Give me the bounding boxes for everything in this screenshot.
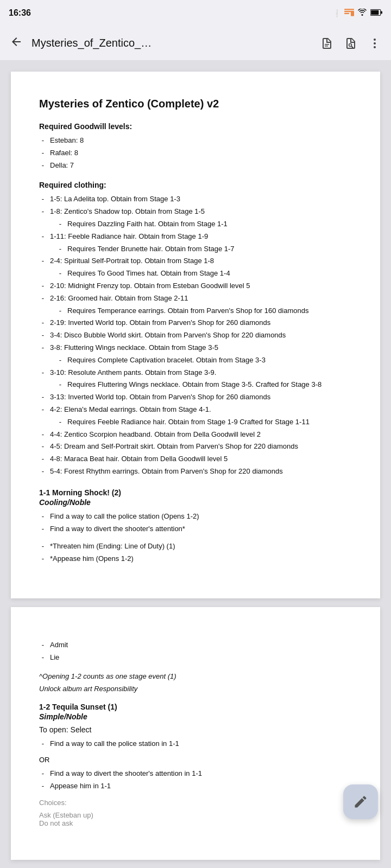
goodwill-heading: Required Goodwill levels: [39,122,352,131]
bullet: - [39,317,47,329]
list-item: - Find a way to call the police station … [39,738,352,750]
bullet: - [56,379,64,391]
choice-item: Do not ask [39,819,352,827]
more-options-button[interactable] [364,33,386,54]
bullet: - [39,231,47,242]
list-item: - Admit [39,640,352,651]
list-item: - 3-10: Resolute Anthem pants. Obtain fr… [39,367,352,379]
cast-icon [344,9,354,18]
item-text: *Appease him (Opens 1-2) [50,553,352,565]
sub-item: - Requires Temperance earrings. Obtain f… [39,305,352,317]
page-2: - Admit - Lie ^Opening 1-2 counts as one… [11,607,380,860]
item-text: Della: 7 [50,160,352,171]
app-bar: Mysteries_of_Zentico_… [0,26,391,61]
sub-item: - Requires Complete Captivation bracelet… [39,355,352,366]
item-text: 5-4: Forest Rhythm earrings. Obtain from… [50,466,352,477]
opening-note: ^Opening 1-2 counts as one stage event (… [39,672,352,680]
svg-rect-9 [325,46,328,47]
bullet: - [39,280,47,292]
bullet: - [56,417,64,428]
svg-rect-8 [325,44,329,45]
sub-text: Requires Temperance earrings. Obtain fro… [67,305,308,317]
bullet: - [56,244,64,255]
sub-text: Requires Tender Brunette hair. Obtain fr… [67,244,235,255]
page-1: Mysteries of Zentico (Complete) v2 Requi… [11,72,380,598]
item-text: 2-10: Midnight Frenzy top. Obtain from E… [50,280,352,292]
or-label: OR [39,756,352,764]
bullet: - [39,160,47,171]
bullet: - [39,342,47,354]
bullet: - [39,640,47,651]
item-text: 4-2: Elena's Medal earrings. Obtain from… [50,404,352,416]
stage-12-items: - Find a way to call the police station … [39,738,352,750]
item-text: 1-8: Zentico's Shadow top. Obtain from S… [50,206,352,218]
item-text: 4-5: Dream and Self-Portrait skirt. Obta… [50,441,352,452]
list-item: - 1-11: Feeble Radiance hair. Obtain fro… [39,231,352,242]
item-text: Find a way to divert the shooter's atten… [50,524,352,535]
list-item: - 4-8: Maraca Beat hair. Obtain from Del… [39,454,352,465]
svg-point-10 [349,43,352,46]
stage-12-toopen: To open: Select [39,725,352,734]
choices-label: Choices: [39,799,352,807]
item-text: 4-4: Zentico Scorpion headband. Obtain f… [50,429,352,441]
page-scroll: Mysteries of Zentico (Complete) v2 Requi… [0,61,391,868]
bullet: - [39,768,47,780]
item-text: Appease him in 1-1 [50,781,352,792]
svg-line-11 [352,46,354,48]
goodwill-list: - Esteban: 8 - Rafael: 8 - Della: 7 [39,135,352,171]
sub-text: Requires Dazzling Faith hat. Obtain from… [67,219,228,230]
clothing-heading: Required clothing: [39,181,352,189]
list-item: - 1-5: La Adelita top. Obtain from Stage… [39,194,352,205]
stage-11-subheading: Cooling/Noble [39,498,352,507]
bullet: - [39,652,47,663]
list-item: - 4-4: Zentico Scorpion headband. Obtain… [39,429,352,441]
doc-title: Mysteries of Zentico (Complete) v2 [39,98,352,110]
item-text: Esteban: 8 [50,135,352,146]
bullet: - [39,511,47,522]
sub-text: Requires Feeble Radiance hair. Obtain fr… [67,417,310,428]
list-item: - Appease him in 1-1 [39,781,352,792]
item-text: 4-8: Maraca Beat hair. Obtain from Della… [50,454,352,465]
bullet: - [39,553,47,565]
choices-section: Choices: Ask (Esteban up) Do not ask [39,799,352,827]
sub-item: - Requires Dazzling Faith hat. Obtain fr… [39,219,352,230]
bullet: - [39,330,47,341]
status-time: 16:36 [9,8,31,18]
bullet: - [39,135,47,146]
sub-item: - Requires Tender Brunette hair. Obtain … [39,244,352,255]
list-item: - Find a way to divert the shooter's att… [39,768,352,780]
bullet: - [39,466,47,477]
item-text: Find a way to call the police station (O… [50,511,352,522]
bullet: - [39,392,47,403]
bullet: - [39,781,47,792]
item-text: *Threaten him (Ending: Line of Duty) (1) [50,541,352,552]
bullet: - [39,194,47,205]
sub-item: - Requires To Good Times hat. Obtain fro… [39,268,352,279]
sub-item: - Requires Fluttering Wings necklace. Ob… [39,379,352,391]
bullet: - [39,404,47,416]
svg-rect-6 [371,10,379,15]
unlock-text: Unlock album art Responsibility [39,685,352,693]
search-file-button[interactable] [340,33,362,54]
list-item: - 2-19: Inverted World top. Obtain from … [39,317,352,329]
item-text: Rafael: 8 [50,148,352,159]
item-text: 2-4: Spiritual Self-Portrait top. Obtain… [50,256,352,267]
list-item: - Della: 7 [39,160,352,171]
bullet: - [39,524,47,535]
back-button[interactable] [5,33,27,54]
fab-button[interactable] [343,784,378,819]
svg-point-4 [362,14,363,16]
list-item: - *Appease him (Opens 1-2) [39,553,352,565]
bullet: - [39,148,47,159]
stage-12-subheading: Simple/Noble [39,712,352,721]
item-text: Find a way to call the police station in… [50,738,352,750]
list-item: - Find a way to call the police station … [39,511,352,522]
item-text: Find a way to divert the shooter's atten… [50,768,352,780]
bullet: - [39,367,47,379]
svg-rect-7 [381,11,382,14]
svg-point-13 [374,42,376,44]
sub-text: Requires To Good Times hat. Obtain from … [67,268,230,279]
notes-icon-button[interactable] [316,33,338,54]
list-item: - Lie [39,652,352,663]
item-text: Lie [50,652,352,663]
